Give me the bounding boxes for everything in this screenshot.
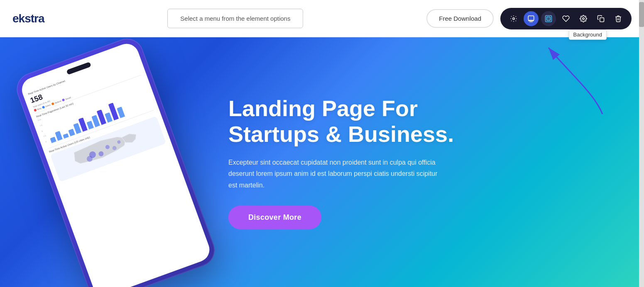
svg-point-0 bbox=[513, 17, 515, 19]
hero-section: Real-Time Active Users by Channel 158 To… bbox=[0, 37, 644, 287]
logo: ekstra bbox=[12, 12, 44, 25]
bar-1 bbox=[50, 137, 56, 143]
trash-icon bbox=[615, 15, 622, 22]
heart-icon bbox=[562, 15, 570, 22]
bar-4 bbox=[68, 129, 75, 136]
bar-10 bbox=[105, 112, 113, 123]
bar-5 bbox=[73, 123, 81, 134]
topbar-right: Free Download bbox=[426, 8, 632, 29]
legend-direct-label: Direct bbox=[45, 103, 51, 107]
legend-social-dot bbox=[62, 98, 65, 102]
background-icon bbox=[545, 15, 552, 22]
phone-screen: Real-Time Active Users by Channel 158 To… bbox=[18, 40, 213, 287]
legend-referral-dot bbox=[51, 102, 54, 105]
topbar: ekstra Select a menu from the element op… bbox=[0, 0, 644, 37]
toolbar: Background bbox=[500, 8, 632, 29]
background-tooltip: Background bbox=[569, 29, 607, 40]
discover-more-button[interactable]: Discover More bbox=[228, 205, 321, 229]
svg-rect-1 bbox=[528, 16, 534, 20]
legend-bing-dot bbox=[34, 109, 37, 112]
hero-title-line2: Startups & Business. bbox=[228, 122, 454, 146]
svg-point-4 bbox=[583, 17, 585, 19]
bar-2 bbox=[55, 131, 62, 141]
copy-icon bbox=[597, 15, 605, 22]
bar-3 bbox=[63, 134, 69, 139]
layers-button[interactable] bbox=[524, 11, 539, 26]
phone-outer: Real-Time Active Users by Channel 158 To… bbox=[12, 37, 219, 287]
hero-text-area: Landing Page For Startups & Business. Ex… bbox=[228, 95, 623, 229]
phone-mockup-area: Real-Time Active Users by Channel 158 To… bbox=[0, 37, 249, 287]
background-button[interactable] bbox=[541, 11, 556, 26]
free-download-button[interactable]: Free Download bbox=[426, 9, 494, 28]
legend-social-label: Social bbox=[65, 96, 71, 100]
hero-title-line1: Landing Page For bbox=[228, 96, 418, 121]
bar-7 bbox=[86, 121, 93, 130]
scrollbar[interactable] bbox=[639, 0, 644, 287]
copy-button[interactable] bbox=[593, 11, 608, 26]
gear-icon bbox=[580, 15, 587, 22]
svg-rect-3 bbox=[546, 17, 550, 20]
layers-icon bbox=[527, 15, 535, 22]
svg-rect-5 bbox=[600, 17, 604, 22]
legend-referral-label: Referal bbox=[54, 100, 61, 104]
legend-bing-label: Bing bbox=[37, 107, 42, 111]
trash-button[interactable] bbox=[611, 11, 626, 26]
scrollbar-thumb[interactable] bbox=[639, 2, 644, 27]
hero-description: Excepteur sint occaecat cupidatat non pr… bbox=[228, 157, 444, 191]
gear-button[interactable] bbox=[576, 11, 591, 26]
settings-icon bbox=[510, 15, 517, 22]
settings-button[interactable] bbox=[506, 11, 521, 26]
hero-title: Landing Page For Startups & Business. bbox=[228, 95, 623, 147]
menu-placeholder: Select a menu from the element options bbox=[167, 9, 303, 28]
legend-direct-dot bbox=[42, 106, 45, 109]
heart-button[interactable] bbox=[558, 11, 573, 26]
